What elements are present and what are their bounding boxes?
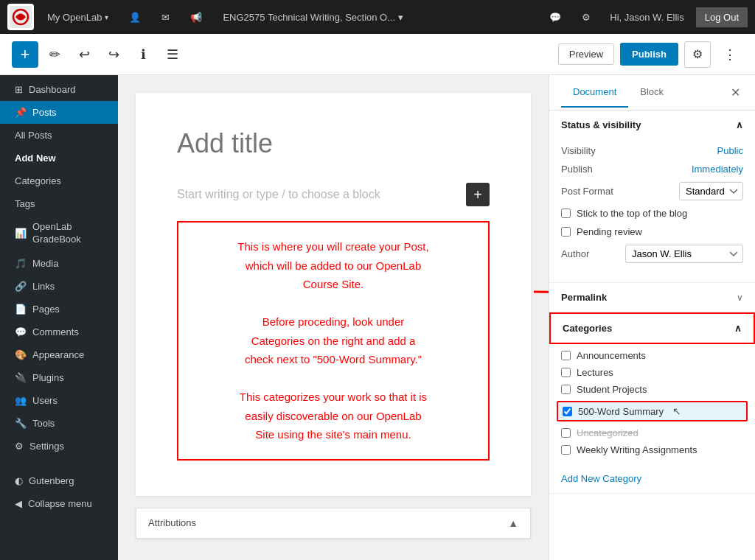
mail-icon-btn[interactable]: ✉	[154, 9, 177, 26]
sidebar-item-links[interactable]: 🔗 Links	[0, 275, 118, 298]
my-openlab-menu[interactable]: My OpenLab ▾	[40, 9, 116, 26]
sidebar-item-categories[interactable]: Categories	[0, 169, 118, 192]
add-new-category-link[interactable]: Add New Category	[549, 467, 755, 493]
author-select[interactable]: Jason W. Ellis	[625, 245, 743, 263]
status-visibility-header[interactable]: Status & visibility ∧	[549, 111, 755, 139]
megaphone-icon-btn[interactable]: 📢	[183, 9, 209, 26]
sidebar-item-media[interactable]: 🎵 Media	[0, 252, 118, 275]
sidebar-item-plugins[interactable]: 🔌 Plugins	[0, 366, 118, 389]
links-icon: 🔗	[15, 281, 27, 292]
site-caret: ▾	[398, 12, 403, 23]
sidebar-item-pages[interactable]: 📄 Pages	[0, 298, 118, 321]
author-row: Author Jason W. Ellis	[561, 245, 743, 263]
publish-row: Publish Immediately	[561, 164, 743, 175]
edit-mode-button[interactable]: ✏	[41, 41, 68, 68]
stick-to-top-row: Stick to the top of the blog	[561, 208, 743, 219]
category-uncategorized-checkbox[interactable]	[561, 428, 571, 438]
preview-button[interactable]: Preview	[558, 43, 614, 65]
my-openlab-caret: ▾	[105, 13, 108, 21]
user-greeting: Hi, Jason W. Ellis	[604, 12, 689, 23]
appearance-icon: 🎨	[15, 349, 27, 360]
sidebar-item-posts[interactable]: 📌 Posts	[0, 101, 118, 124]
sidebar-item-tools[interactable]: 🔧 Tools	[0, 412, 118, 435]
more-options-button[interactable]: ⋮	[717, 41, 743, 68]
category-announcements-checkbox[interactable]	[561, 351, 571, 360]
gear-icon-btn[interactable]: ⚙	[574, 9, 598, 26]
editor-area: Start writing or type / to choose a bloc…	[118, 75, 549, 560]
info-button[interactable]: ℹ	[130, 41, 156, 68]
sidebar-item-gutenberg[interactable]: ◐ Gutenberg	[0, 469, 118, 492]
sidebar-item-collapse[interactable]: ◀ Collapse menu	[0, 492, 118, 515]
pending-review-row: Pending review	[561, 226, 743, 237]
tools-icon: 🔧	[15, 418, 27, 429]
publish-button[interactable]: Publish	[620, 43, 678, 66]
person-icon-btn[interactable]: 👤	[122, 9, 148, 26]
panel-close-button[interactable]: ✕	[728, 83, 743, 102]
tab-document[interactable]: Document	[561, 77, 628, 108]
stick-to-top-checkbox[interactable]	[561, 209, 571, 218]
visibility-row: Visibility Public	[561, 145, 743, 156]
category-item-student-projects: Student Projects	[561, 384, 743, 395]
arrow-container: Start writing or type / to choose a bloc…	[136, 93, 531, 496]
tab-block[interactable]: Block	[628, 77, 675, 108]
post-title-input[interactable]	[177, 128, 490, 159]
category-item-500-word: 500-Word Summary ↖	[557, 401, 748, 421]
collapse-icon: ◀	[15, 498, 22, 509]
category-item-lectures: Lectures	[561, 367, 743, 378]
block-placeholder: Start writing or type / to choose a bloc…	[177, 183, 490, 206]
sidebar-item-dashboard[interactable]: ⊞ Dashboard	[0, 78, 118, 101]
category-weekly-writing-checkbox[interactable]	[561, 445, 571, 455]
plugins-icon: 🔌	[15, 372, 27, 383]
category-list: Announcements Lectures Student Projects …	[549, 344, 755, 467]
redo-button[interactable]: ↪	[100, 41, 127, 68]
sidebar-item-all-posts[interactable]: All Posts	[0, 124, 118, 147]
publish-value[interactable]: Immediately	[692, 164, 743, 175]
dashboard-icon: ⊞	[15, 84, 23, 95]
category-500-word-checkbox[interactable]	[563, 407, 572, 416]
post-format-select[interactable]: Standard	[679, 182, 743, 200]
sidebar-item-gradebook[interactable]: 📊 OpenLab GradeBook	[0, 215, 118, 252]
sidebar-item-users[interactable]: 👥 Users	[0, 389, 118, 412]
attributions-chevron-icon: ▲	[508, 517, 518, 529]
undo-button[interactable]: ↩	[71, 41, 97, 68]
users-icon: 👥	[15, 395, 27, 406]
category-lectures-checkbox[interactable]	[561, 368, 571, 377]
attributions-label: Attributions	[148, 517, 196, 528]
list-view-button[interactable]: ☰	[159, 41, 186, 68]
categories-chevron-icon: ∧	[734, 323, 742, 334]
sidebar-item-tags[interactable]: Tags	[0, 192, 118, 215]
gradebook-icon: 📊	[15, 228, 27, 239]
pending-review-checkbox[interactable]	[561, 227, 571, 237]
editor-toolbar: + ✏ ↩ ↪ ℹ ☰ Preview Publish ⚙ ⋮	[0, 34, 755, 75]
right-panel: Document Block ✕ Status & visibility ∧ V…	[549, 75, 755, 560]
media-icon: 🎵	[15, 258, 27, 269]
sidebar-item-comments[interactable]: 💬 Comments	[0, 321, 118, 343]
sidebar-item-add-new[interactable]: Add New	[0, 147, 118, 169]
document-settings-button[interactable]: ⚙	[684, 41, 711, 68]
status-visibility-body: Visibility Public Publish Immediately Po…	[549, 139, 755, 282]
sidebar: ⊞ Dashboard 📌 Posts All Posts Add New Ca…	[0, 75, 118, 560]
gutenberg-icon: ◐	[15, 475, 23, 486]
sidebar-item-settings[interactable]: ⚙ Settings	[0, 435, 118, 458]
settings-icon: ⚙	[15, 441, 24, 452]
openlab-logo[interactable]	[7, 4, 34, 30]
categories-header[interactable]: Categories ∧	[549, 312, 755, 344]
visibility-value[interactable]: Public	[717, 145, 743, 156]
post-format-row: Post Format Standard	[561, 182, 743, 200]
logout-button[interactable]: Log Out	[696, 7, 748, 27]
attributions-bar[interactable]: Attributions ▲	[136, 508, 531, 539]
sidebar-item-appearance[interactable]: 🎨 Appearance	[0, 343, 118, 366]
category-student-projects-checkbox[interactable]	[561, 385, 571, 394]
add-block-button[interactable]: +	[12, 41, 38, 68]
annotation-box: This is where you will create your Post,…	[177, 221, 490, 461]
top-navigation: My OpenLab ▾ 👤 ✉ 📢 ENG2575 Technical Wri…	[0, 0, 755, 34]
status-visibility-section: Status & visibility ∧ Visibility Public …	[549, 111, 755, 283]
pages-icon: 📄	[15, 304, 27, 315]
main-layout: ⊞ Dashboard 📌 Posts All Posts Add New Ca…	[0, 75, 755, 560]
comments-icon: 💬	[15, 326, 27, 337]
status-visibility-chevron-icon: ∧	[736, 119, 743, 130]
permalink-section[interactable]: Permalink ∨	[549, 283, 755, 312]
speech-icon-btn[interactable]: 💬	[542, 9, 568, 26]
block-add-inline-button[interactable]: +	[466, 183, 490, 206]
site-selector[interactable]: ENG2575 Technical Writing, Section O... …	[215, 9, 411, 26]
